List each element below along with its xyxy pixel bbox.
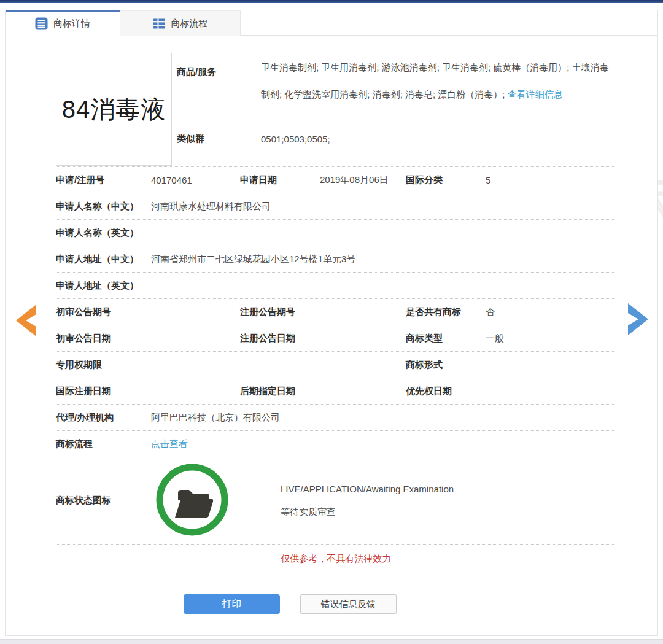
similar-group-value: 0501;0503;0505; <box>261 134 330 144</box>
field-label: 是否共有商标 <box>406 306 486 318</box>
field-label: 国际分类 <box>406 174 486 186</box>
table-row: 代理/办理机构 阿里巴巴科技（北京）有限公司 <box>56 405 616 431</box>
trademark-summary-section: 84消毒液 商品/服务 卫生消毒制剂; 卫生用消毒剂; 游泳池消毒剂; 卫生消毒… <box>56 53 616 166</box>
tab-trademark-detail[interactable]: 商标详情 <box>6 10 120 36</box>
table-row: 初审公告日期 注册公告日期 商标类型 一般 <box>56 325 616 352</box>
field-label: 申请人地址（英文） <box>56 280 151 292</box>
tab-trademark-flow[interactable]: 商标流程 <box>120 10 241 36</box>
table-row: 申请人地址（中文） 河南省郑州市二七区绿城花园小区12号楼1单元3号 <box>56 246 616 273</box>
field-value: 河南省郑州市二七区绿城花园小区12号楼1单元3号 <box>151 254 616 265</box>
trademark-image: 84消毒液 <box>56 53 172 166</box>
action-buttons: 打印 错误信息反馈 <box>56 594 616 614</box>
similar-group-label: 类似群 <box>177 133 261 145</box>
status-label: 商标状态图标 <box>56 495 151 506</box>
bottom-divider <box>0 639 663 644</box>
field-value: 阿里巴巴科技（北京）有限公司 <box>151 412 616 424</box>
document-lines-icon <box>35 17 48 30</box>
field-label: 商标形式 <box>406 359 486 371</box>
table-row: 申请人名称（中文） 河南琪康水处理材料有限公司 <box>56 193 616 220</box>
trademark-status-row: 商标状态图标 LIVE/APPLICATION/Awaiting Examina… <box>56 457 616 545</box>
field-value: 否 <box>486 306 616 318</box>
goods-services-value: 卫生消毒制剂; 卫生用消毒剂; 游泳池消毒剂; 卫生消毒剂; 硫黄棒（消毒用）;… <box>261 54 616 108</box>
field-label: 初审公告日期 <box>56 333 151 344</box>
view-detail-link[interactable]: 查看详细信息 <box>508 89 563 99</box>
detail-content: 84消毒液 商品/服务 卫生消毒制剂; 卫生用消毒剂; 游泳池消毒剂; 卫生消毒… <box>6 36 657 614</box>
field-label: 初审公告期号 <box>56 306 151 318</box>
table-row: 国际注册日期 后期指定日期 优先权日期 <box>56 378 616 405</box>
field-label: 优先权日期 <box>406 386 486 397</box>
table-row: 专用权期限 商标形式 <box>56 352 616 378</box>
table-row: 商标流程 点击查看 <box>56 431 616 457</box>
error-feedback-button[interactable]: 错误信息反馈 <box>300 594 397 614</box>
field-value: 5 <box>486 175 616 185</box>
field-label: 注册公告日期 <box>240 333 320 344</box>
field-label: 商标类型 <box>406 333 486 344</box>
goods-services-section: 商品/服务 卫生消毒制剂; 卫生用消毒剂; 游泳池消毒剂; 卫生消毒剂; 硫黄棒… <box>172 53 616 166</box>
click-to-view-link[interactable]: 点击查看 <box>151 438 616 450</box>
field-value: 40170461 <box>151 175 240 185</box>
field-label: 申请人地址（中文） <box>56 254 151 265</box>
tab-label: 商标详情 <box>53 18 90 29</box>
tab-bar: 商标详情 商标流程 <box>6 10 657 36</box>
table-row: 申请/注册号 40170461 申请日期 2019年08月06日 国际分类 5 <box>56 167 616 193</box>
print-button[interactable]: 打印 <box>184 594 280 614</box>
table-row: 申请人地址（英文） <box>56 273 616 299</box>
field-label: 申请/注册号 <box>56 174 151 186</box>
table-row: 申请人名称（英文） <box>56 220 616 246</box>
table-row: 初审公告期号 注册公告期号 是否共有商标 否 <box>56 299 616 325</box>
status-folder-icon <box>155 462 230 540</box>
field-label: 专用权期限 <box>56 359 151 371</box>
trademark-detail-card: 商标详情 商标流程 84消毒液 商品/服务 卫生消毒制剂; 卫生用消毒剂; 游泳… <box>5 10 658 636</box>
field-value: 2019年08月06日 <box>320 174 406 186</box>
tab-label: 商标流程 <box>171 18 208 29</box>
status-line-cn: 等待实质审查 <box>281 506 454 518</box>
trademark-name: 84消毒液 <box>62 93 166 126</box>
field-label: 注册公告期号 <box>240 306 320 318</box>
legal-disclaimer: 仅供参考，不具有法律效力 <box>56 553 616 565</box>
field-label: 后期指定日期 <box>240 386 320 397</box>
list-icon <box>153 17 166 30</box>
field-label: 代理/办理机构 <box>56 412 151 424</box>
field-label: 国际注册日期 <box>56 386 151 397</box>
field-value: 一般 <box>486 333 616 344</box>
field-label: 申请人名称（中文） <box>56 201 151 212</box>
goods-services-label: 商品/服务 <box>177 54 261 108</box>
status-line-en: LIVE/APPLICATION/Awaiting Examination <box>281 484 454 494</box>
field-label: 商标流程 <box>56 438 151 450</box>
top-accent-bar <box>0 0 663 3</box>
field-label: 申请日期 <box>240 174 320 186</box>
field-label: 申请人名称（英文） <box>56 227 151 239</box>
field-value: 河南琪康水处理材料有限公司 <box>151 201 616 212</box>
